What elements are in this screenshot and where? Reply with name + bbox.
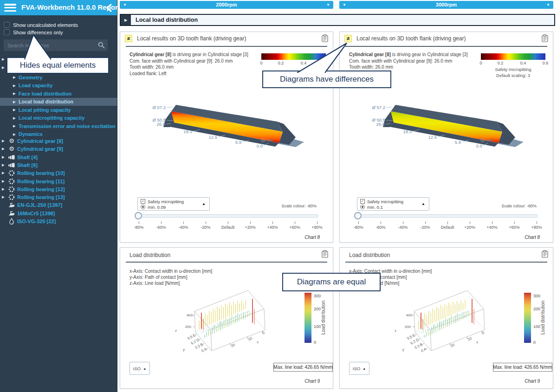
z-axis-letter: z bbox=[175, 328, 177, 333]
z-axis-tick: 200 bbox=[185, 325, 192, 329]
safety-colorbar bbox=[481, 53, 545, 60]
gear-icon: ⚙ bbox=[7, 138, 16, 144]
callout-text: Diagrams have differences bbox=[280, 75, 374, 84]
scale-slider-handle[interactable] bbox=[354, 212, 362, 219]
section-header-local-load-distribution[interactable]: ▶ Local load distribution bbox=[120, 14, 555, 26]
colorbar-tick: 100 bbox=[314, 324, 321, 329]
slider-tick-label: -80% bbox=[128, 225, 150, 230]
scale-slider-track[interactable] bbox=[137, 214, 318, 218]
clipboard-icon[interactable] bbox=[542, 34, 548, 44]
width-tick-label: 5.9 bbox=[455, 140, 461, 145]
y-axis-tick: 0 A bbox=[420, 347, 427, 353]
collapse-sidebar-button[interactable] bbox=[105, 3, 114, 13]
shaft-icon bbox=[7, 154, 16, 160]
hamburger-menu-icon[interactable] bbox=[4, 4, 16, 12]
expand-arrow-icon: ▶ bbox=[2, 171, 7, 175]
width-tick-label: 0.0 bbox=[257, 143, 263, 148]
callout-text: Hides equal elements bbox=[20, 61, 96, 70]
collapse-arrow-icon[interactable]: ▲ bbox=[202, 202, 206, 206]
not-equal-icon: ≠ bbox=[125, 35, 132, 42]
expand-arrow-icon: ▶ bbox=[2, 147, 7, 151]
expand-arrow-icon: ▶ bbox=[13, 76, 19, 79]
dropdown-option-value: min. 0.1 bbox=[367, 205, 383, 210]
sidebar-item-material-en-gjl-250[interactable]: EN-GJL-250 [1397] bbox=[0, 201, 117, 209]
divider bbox=[126, 262, 327, 263]
scale-slider-handle[interactable] bbox=[135, 212, 142, 219]
sidebar: FVA-Workbench 11.0.0 Report Show uncalcu… bbox=[0, 0, 117, 392]
sidebar-item-local-micropitting-capacity[interactable]: ▶Local micropitting capacity bbox=[0, 114, 117, 122]
colorbar-tick: 300 bbox=[314, 294, 321, 298]
sidebar-item-cylindrical-gear-8[interactable]: ▶⚙Cylindrical gear [8] bbox=[0, 137, 117, 145]
clipboard-icon[interactable] bbox=[322, 250, 328, 260]
chart-number: Chart 9 bbox=[525, 379, 540, 384]
safety-micropitting-dropdown[interactable]: ✓Safety micropitting min. 0.09 ▲ bbox=[137, 197, 210, 211]
collapse-arrow-icon: ▲ bbox=[143, 367, 146, 370]
panel-title: Load distribution bbox=[130, 252, 170, 258]
colorbar-tick: 0 bbox=[475, 61, 486, 65]
tooth-flank-3d-diagram: Ø 57.2 Ø 50.5 26.0 19.3 12.6 5.9 0.0 bbox=[120, 91, 334, 184]
slider-tick-label: Default bbox=[217, 225, 239, 230]
colorbar-tick: 0 bbox=[533, 340, 536, 345]
sidebar-item-rolling-bearing-13[interactable]: ▶Rolling bearing [13] bbox=[0, 193, 117, 201]
show-uncalculated-checkbox-row[interactable]: Show uncalculated elements bbox=[4, 22, 78, 28]
sidebar-item-lubricant-iso-vg-320[interactable]: ISO-VG-320 [22] bbox=[0, 217, 117, 225]
colorbar-caption: Default scaling: 3 bbox=[481, 73, 545, 78]
variant-dropdown-2000rpm[interactable]: ▼ 2000rpm ▼ bbox=[120, 1, 333, 9]
scale-slider-track[interactable] bbox=[357, 214, 538, 218]
y-axis-tick: 0 A bbox=[201, 347, 207, 353]
variant-dropdown-3000rpm[interactable]: ▼ 3000rpm ▼ bbox=[339, 1, 553, 9]
slider-tick-label: +40% bbox=[261, 225, 284, 230]
clipboard-icon[interactable] bbox=[542, 250, 548, 260]
iso-dropdown[interactable]: ISO ▲ bbox=[130, 362, 150, 375]
sidebar-item-rolling-bearing-12[interactable]: ▶Rolling bearing [12] bbox=[0, 185, 117, 193]
colorbar-tick: 200 bbox=[533, 307, 540, 311]
sidebar-item-rolling-bearing-10[interactable]: ▶Rolling bearing [10] bbox=[0, 169, 117, 177]
colorbar-tick: 0.6 bbox=[540, 61, 551, 65]
slider-tick-label: -40% bbox=[392, 225, 414, 230]
shaft-icon bbox=[7, 162, 16, 168]
x-axis-letter: x bbox=[257, 340, 259, 344]
sidebar-item-geometry[interactable]: ▶Geometry bbox=[0, 73, 117, 82]
z-axis-tick: 400 bbox=[187, 313, 193, 317]
expand-section-button[interactable]: ▶ bbox=[121, 15, 131, 25]
callout-pointer bbox=[278, 39, 362, 73]
sidebar-item-shaft-6[interactable]: ▶Shaft [6] bbox=[0, 161, 117, 169]
max-line-load-box: Max. line load: 426.65 N/mm bbox=[493, 363, 552, 372]
sidebar-item-local-pitting-capacity[interactable]: ▶Local pitting capacity bbox=[0, 106, 117, 114]
sidebar-item-transmission-error[interactable]: ▶Transmission error and noise excitation bbox=[0, 122, 117, 130]
checkbox-unchecked-icon[interactable] bbox=[4, 29, 10, 35]
sidebar-item-cylindrical-gear-9[interactable]: ▶⚙Cylindrical gear [9] bbox=[0, 145, 117, 153]
panel-title: Local results on 3D tooth flank (driving… bbox=[356, 35, 466, 42]
z-axis-tick: 200 bbox=[405, 325, 411, 329]
dropdown-option-label: Safety micropitting bbox=[148, 199, 184, 204]
slider-tick-label: -40% bbox=[172, 225, 194, 230]
app-window: FVA-Workbench 11.0.0 Report Show uncalcu… bbox=[0, 0, 557, 392]
panel-title: Load distribution bbox=[349, 252, 390, 258]
sidebar-item-load-capacity[interactable]: ▶Load capacity bbox=[0, 82, 117, 90]
search-button[interactable] bbox=[95, 39, 108, 51]
chart-number: Chart 8 bbox=[304, 235, 320, 240]
radio-selected-icon bbox=[360, 205, 365, 209]
checkbox-unchecked-icon[interactable] bbox=[4, 22, 10, 28]
expand-arrow-icon: ▶ bbox=[13, 84, 19, 88]
checkbox-label: Show uncalculated elements bbox=[13, 22, 78, 28]
divider bbox=[345, 46, 547, 47]
variant-label: 2000rpm bbox=[120, 2, 333, 7]
divider bbox=[345, 262, 547, 263]
iso-dropdown[interactable]: ISO ▲ bbox=[349, 362, 369, 375]
collapse-arrow-icon[interactable]: ▲ bbox=[421, 202, 425, 206]
safety-micropitting-dropdown[interactable]: ✓Safety micropitting min. 0.1 ▲ bbox=[357, 197, 429, 211]
slider-tick-label: +20% bbox=[239, 225, 261, 230]
sidebar-item-material-16mncr5[interactable]: 16MnCr5 [1398] bbox=[0, 209, 117, 218]
colorbar-tick: 200 bbox=[314, 307, 321, 311]
search-icon bbox=[98, 42, 105, 49]
sidebar-item-shaft-4[interactable]: ▶Shaft [4] bbox=[0, 153, 117, 161]
axis-descriptions: x-Axis: Contact width in u-direction [mm… bbox=[130, 268, 212, 286]
section-title: Local load distribution bbox=[136, 17, 198, 23]
chart-number: Chart 9 bbox=[304, 379, 320, 384]
width-tick-label: 19.3 bbox=[403, 129, 412, 134]
sidebar-item-rolling-bearing-11[interactable]: ▶Rolling bearing [11] bbox=[0, 177, 117, 186]
sidebar-item-face-load-distribution[interactable]: ▶Face load distribution bbox=[0, 90, 117, 98]
tooth-flank-3d-diagram: Ø 57.2 Ø 50.5 26.0 19.3 12.6 5.9 0.0 bbox=[340, 91, 553, 184]
sidebar-item-local-load-distribution[interactable]: ▶Local load distribution bbox=[0, 98, 117, 106]
